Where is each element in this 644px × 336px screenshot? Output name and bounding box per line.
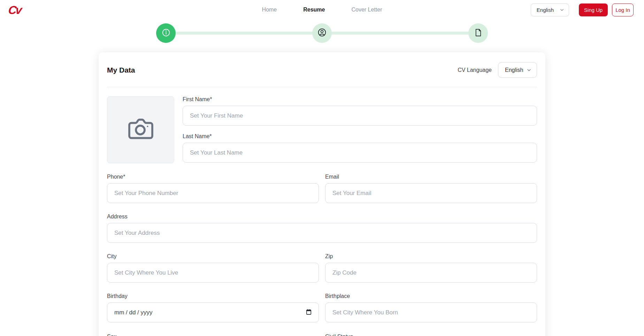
address-input[interactable]	[107, 223, 537, 243]
birthday-label: Birthday	[107, 293, 319, 299]
civil-status-label: Civil Status	[325, 334, 537, 336]
sex-civil-status-row: Sex Civil Status	[107, 334, 537, 336]
step-personal-info[interactable]	[156, 23, 176, 43]
card-header: My Data CV Language English	[107, 62, 537, 78]
my-data-card: My Data CV Language English	[99, 52, 545, 336]
address-label: Address	[107, 214, 537, 220]
sex-label: Sex	[107, 334, 319, 336]
nav-cover-letter[interactable]: Cover Letter	[351, 7, 382, 13]
user-icon	[317, 28, 327, 39]
cv-logo[interactable]: Cv	[8, 4, 22, 16]
zip-label: Zip	[325, 253, 537, 260]
phone-field-group: Phone*	[107, 174, 319, 203]
chevron-down-icon	[526, 67, 532, 73]
civil-status-field-group: Civil Status	[325, 334, 537, 336]
photo-upload-box[interactable]	[107, 96, 174, 163]
birthday-field-group: Birthday mm / dd / yyyy	[107, 293, 319, 322]
zip-input[interactable]	[325, 263, 537, 283]
photo-and-names-section: First Name* Last Name*	[107, 96, 537, 163]
page-title: My Data	[107, 66, 135, 74]
main-nav: Home Resume Cover Letter	[262, 7, 382, 13]
top-navbar: Cv Home Resume Cover Letter English Sing…	[0, 0, 644, 20]
cv-language-select[interactable]: English	[498, 62, 537, 78]
zip-field-group: Zip	[325, 253, 537, 283]
city-zip-row: City Zip	[107, 253, 537, 283]
file-icon	[474, 28, 483, 38]
birthplace-field-group: Birthplace	[325, 293, 537, 322]
email-input[interactable]	[325, 183, 537, 203]
nav-resume[interactable]: Resume	[303, 7, 325, 13]
site-language-select[interactable]: English	[531, 3, 569, 16]
date-placeholder-text: mm / dd / yyyy	[114, 309, 153, 316]
phone-email-row: Phone* Email	[107, 174, 537, 203]
header-actions: English Sing Up Log In	[531, 3, 634, 16]
phone-label: Phone*	[107, 174, 319, 180]
calendar-icon[interactable]	[305, 308, 312, 317]
phone-input[interactable]	[107, 183, 319, 203]
chevron-down-icon	[559, 7, 565, 13]
last-name-field-group: Last Name*	[183, 133, 537, 163]
site-language-value: English	[537, 7, 554, 13]
nav-home[interactable]: Home	[262, 7, 277, 13]
log-in-button[interactable]: Log In	[612, 3, 634, 16]
city-input[interactable]	[107, 263, 319, 283]
step-document[interactable]	[468, 23, 488, 43]
progress-stepper	[156, 23, 488, 43]
sex-field-group: Sex	[107, 334, 319, 336]
cv-language-group: CV Language English	[458, 62, 537, 78]
birthplace-label: Birthplace	[325, 293, 537, 299]
name-fields-column: First Name* Last Name*	[183, 96, 537, 163]
last-name-input[interactable]	[183, 143, 537, 163]
email-label: Email	[325, 174, 537, 180]
camera-icon	[125, 114, 156, 146]
city-field-group: City	[107, 253, 319, 283]
first-name-input[interactable]	[183, 106, 537, 126]
step-profile[interactable]	[312, 23, 332, 43]
birthday-birthplace-row: Birthday mm / dd / yyyy Birthplace	[107, 293, 537, 322]
sign-up-button[interactable]: Sing Up	[579, 3, 608, 16]
first-name-field-group: First Name*	[183, 96, 537, 126]
address-row: Address	[107, 214, 537, 243]
cv-language-label: CV Language	[458, 67, 492, 73]
birthday-date-input[interactable]: mm / dd / yyyy	[107, 303, 319, 322]
cv-language-value: English	[505, 67, 523, 73]
address-field-group: Address	[107, 214, 537, 243]
city-label: City	[107, 253, 319, 260]
first-name-label: First Name*	[183, 96, 537, 103]
last-name-label: Last Name*	[183, 133, 537, 140]
email-field-group: Email	[325, 174, 537, 203]
info-icon	[161, 28, 171, 39]
divider	[107, 87, 537, 87]
birthplace-input[interactable]	[325, 303, 537, 322]
